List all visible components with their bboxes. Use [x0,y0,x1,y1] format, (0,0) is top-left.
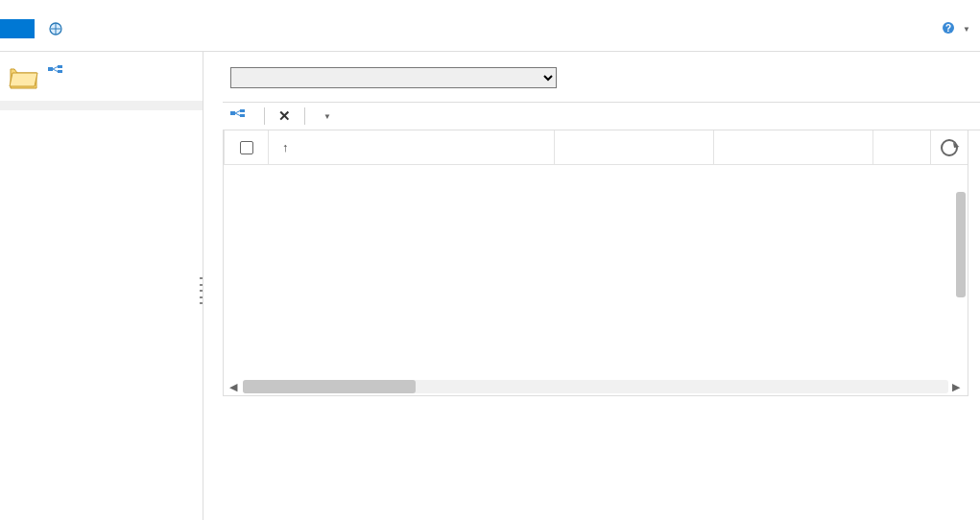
sort-asc-icon: ↑ [282,140,289,154]
svg-rect-8 [240,109,245,112]
type-column-header[interactable] [872,130,930,164]
content-pane: ✕ ▼ ↑ ◀ [203,52,980,520]
delete-icon: ✕ [278,107,291,125]
relation-icon [230,109,246,124]
new-relation-button[interactable] [230,109,251,124]
solution-header [0,101,203,110]
svg-text:?: ? [945,23,951,34]
ribbon: ? ▼ [0,0,980,52]
refresh-column[interactable] [930,130,968,164]
relations-grid: ↑ ◀ ▶ [223,130,968,396]
relation-icon [48,61,63,82]
svg-rect-5 [58,65,62,68]
help-menu[interactable]: ? ▼ [942,21,970,37]
principal-column-header[interactable] [554,130,713,164]
help-icon: ? [942,21,955,37]
page-title [48,61,69,82]
nav-tree [0,110,203,112]
other-actions-menu[interactable]: ▼ [319,112,331,121]
publish-button[interactable] [48,21,69,36]
select-all-column[interactable] [224,130,268,164]
svg-rect-4 [48,67,53,71]
toolbar-separator [304,107,305,125]
folder-icon [8,61,42,95]
scroll-left-icon: ◀ [229,381,239,393]
globe-publish-icon [48,21,63,36]
file-menu-button[interactable] [0,19,35,38]
type-select[interactable] [230,67,557,88]
grid-body [224,165,968,378]
vertical-scrollbar[interactable] [952,165,968,376]
checkbox-icon [240,141,253,154]
toolbar-separator [264,107,265,125]
svg-rect-9 [240,114,245,117]
scroll-right-icon: ▶ [952,381,962,393]
svg-rect-6 [58,70,62,73]
sidebar [0,52,203,520]
main-area: ✕ ▼ ↑ ◀ [0,52,980,520]
grid-header: ↑ [224,130,968,165]
svg-rect-7 [230,111,235,115]
chevron-down-icon: ▼ [323,112,331,121]
status-bar [223,396,980,408]
type-filter-row [223,67,980,88]
associated-column-header[interactable] [713,130,872,164]
entity-header [0,52,203,101]
chevron-down-icon: ▼ [963,25,970,34]
grid-toolbar: ✕ ▼ [223,102,980,130]
horizontal-scrollbar[interactable]: ◀ ▶ [224,378,968,395]
delete-button[interactable]: ✕ [278,107,291,125]
schema-column-header[interactable]: ↑ [268,130,554,164]
refresh-icon [941,139,958,156]
